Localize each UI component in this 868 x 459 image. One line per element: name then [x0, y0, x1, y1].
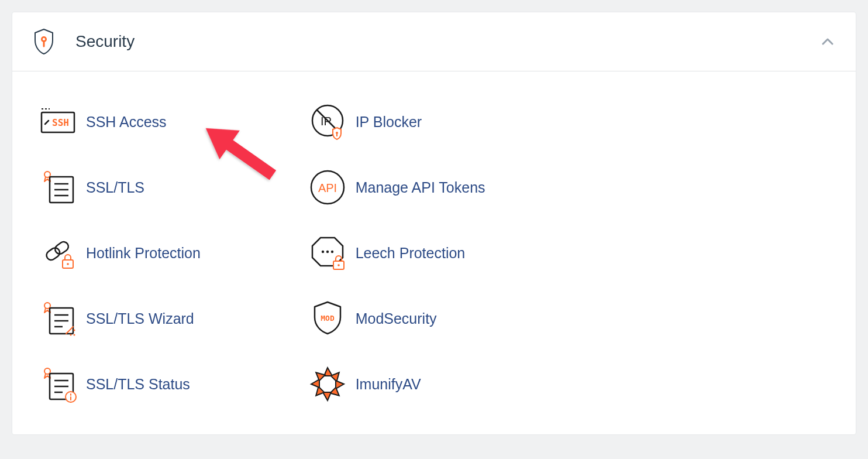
ssl-certificate-icon: [30, 166, 86, 208]
item-label: SSL/TLS Wizard: [86, 310, 194, 327]
collapse-toggle[interactable]: [818, 32, 837, 51]
ssl-status-icon: [30, 363, 86, 405]
svg-point-24: [44, 368, 50, 374]
svg-text:API: API: [318, 181, 337, 194]
svg-point-6: [44, 172, 50, 177]
leech-protection-item[interactable]: Leech Protection: [299, 220, 569, 286]
modsecurity-shield-icon: MOD: [299, 297, 356, 340]
svg-point-42: [330, 251, 333, 253]
svg-text:SSH: SSH: [52, 117, 69, 128]
leech-protection-icon: [299, 232, 356, 274]
svg-marker-47: [330, 370, 342, 382]
ssl-tls-wizard-item[interactable]: SSL/TLS Wizard: [30, 286, 299, 351]
column-2: IP IP Blocker API Manage API Tokens: [299, 89, 569, 417]
item-label: SSH Access: [86, 114, 167, 131]
column-3: [569, 89, 838, 417]
svg-point-23: [74, 334, 75, 336]
svg-marker-52: [311, 379, 319, 388]
svg-point-22: [70, 334, 72, 336]
svg-point-40: [321, 251, 323, 253]
api-tokens-icon: API: [299, 166, 356, 208]
security-panel: Security SSH SSH Access: [12, 12, 856, 435]
hotlink-chain-icon: [30, 232, 86, 274]
ssl-tls-item[interactable]: SSL/TLS: [30, 155, 299, 220]
chevron-up-icon: [820, 34, 835, 49]
security-shield-icon: [32, 28, 56, 56]
svg-marker-49: [330, 388, 342, 399]
svg-point-35: [336, 132, 338, 134]
item-label: SSL/TLS Status: [86, 376, 190, 393]
panel-title: Security: [75, 32, 135, 51]
modsecurity-item[interactable]: MOD ModSecurity: [299, 286, 569, 351]
svg-point-15: [44, 303, 50, 309]
svg-text:MOD: MOD: [321, 314, 335, 323]
item-label: Manage API Tokens: [356, 179, 485, 196]
imunifyav-item[interactable]: ImunifyAV: [299, 351, 569, 417]
ip-blocker-icon: IP: [299, 101, 356, 143]
svg-point-14: [67, 263, 69, 265]
svg-text:IP: IP: [321, 115, 332, 128]
security-panel-header: Security: [12, 12, 856, 71]
svg-rect-12: [53, 240, 70, 256]
item-label: IP Blocker: [356, 114, 422, 131]
svg-marker-51: [312, 386, 324, 398]
item-label: Leech Protection: [356, 245, 466, 262]
svg-point-41: [326, 251, 328, 253]
item-label: ImunifyAV: [356, 376, 421, 393]
ssl-wizard-icon: [30, 297, 86, 340]
item-label: SSL/TLS: [86, 179, 144, 196]
hotlink-protection-item[interactable]: Hotlink Protection: [30, 220, 299, 286]
ssh-terminal-icon: SSH: [30, 101, 86, 143]
imunifyav-icon: [299, 363, 356, 405]
svg-point-21: [74, 330, 75, 331]
svg-line-20: [66, 327, 73, 334]
ssl-tls-status-item[interactable]: SSL/TLS Status: [30, 351, 299, 417]
column-1: SSH SSH Access SSL/TLS: [30, 89, 299, 417]
svg-marker-53: [314, 369, 325, 381]
ip-blocker-item[interactable]: IP IP Blocker: [299, 89, 569, 155]
svg-point-44: [337, 264, 340, 266]
svg-marker-48: [336, 381, 344, 389]
item-label: ModSecurity: [356, 310, 437, 327]
security-panel-body: SSH SSH Access SSL/TLS: [12, 71, 856, 434]
ssh-access-item[interactable]: SSH SSH Access: [30, 89, 299, 155]
manage-api-tokens-item[interactable]: API Manage API Tokens: [299, 155, 569, 220]
item-label: Hotlink Protection: [86, 245, 201, 262]
svg-marker-50: [323, 392, 331, 400]
